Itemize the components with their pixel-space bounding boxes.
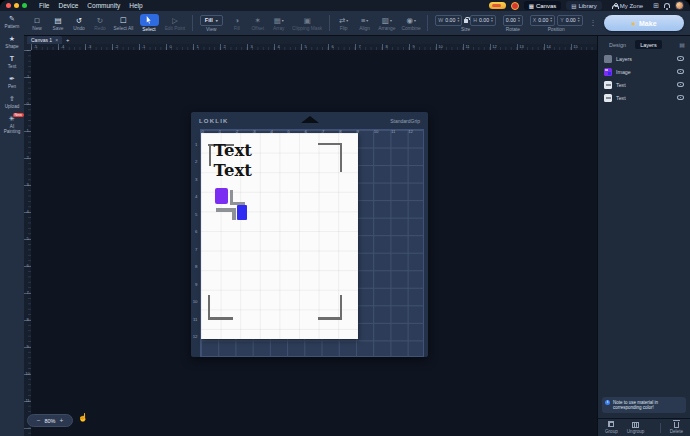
material-sheet[interactable]: TextText xyxy=(201,133,358,339)
person-icon xyxy=(612,3,618,9)
trash-icon xyxy=(674,422,679,428)
notifications-bell-icon[interactable] xyxy=(664,3,670,8)
menu-item[interactable]: Community xyxy=(87,2,120,9)
sidebar-item-shape[interactable]: ★ Shape xyxy=(0,35,24,49)
sidebar-item-pen[interactable]: ✒ Pen xyxy=(0,75,24,89)
tab-library[interactable]: ▤ Library xyxy=(566,1,602,10)
sidebar-item-text[interactable]: T Text xyxy=(0,55,24,69)
tab-layers[interactable]: Layers xyxy=(635,40,662,49)
mat-col-label: 1 xyxy=(217,129,234,135)
registration-mark-bottom-right[interactable] xyxy=(318,317,342,320)
ruler-tick-label: 2 xyxy=(24,155,31,182)
redo-button[interactable]: ↻ Redo xyxy=(93,16,107,31)
rotate-input[interactable]: 0.00 ▴▾ xyxy=(503,15,523,26)
tab-design[interactable]: Design xyxy=(604,40,631,49)
menu-item[interactable]: Help xyxy=(129,2,142,9)
select-button[interactable]: Select xyxy=(140,14,158,32)
sidebar-item-ai-painting[interactable]: New ✳ AI Painting xyxy=(0,115,24,134)
window-controls[interactable] xyxy=(6,3,27,8)
registration-mark-top-right[interactable] xyxy=(340,145,342,172)
fill-button[interactable]: ◑ Fill xyxy=(230,16,244,31)
menu-item[interactable]: File xyxy=(39,2,49,9)
offset-button[interactable]: ✶ Offset xyxy=(251,16,265,31)
stepper-icon[interactable]: ▴▾ xyxy=(578,17,580,22)
user-avatar[interactable] xyxy=(675,1,684,10)
text-icon: T xyxy=(10,55,14,63)
canvas-area[interactable]: -5-4-3-2-10123456789101112131415 -2-1012… xyxy=(24,44,597,436)
panel-toggle-icon[interactable]: ▤ xyxy=(679,41,685,48)
sidebar-item-pattern[interactable]: ✎ Pattern xyxy=(0,15,24,29)
save-button[interactable]: ▤ Save xyxy=(51,16,65,31)
mat-row-label: 6 xyxy=(191,217,199,235)
text-object[interactable]: TextText xyxy=(214,141,252,180)
canvas-tab[interactable]: Canvas 1 × xyxy=(27,36,62,44)
layer-row-image[interactable]: Image xyxy=(598,65,690,78)
image-object[interactable] xyxy=(215,188,249,222)
cutting-mat[interactable]: LOKLIK StandardGrip 0123456789101112 123… xyxy=(191,112,428,357)
delete-button[interactable]: Delete xyxy=(670,421,683,434)
align-button[interactable]: ≡▾ Align xyxy=(358,16,372,31)
ruler-tick-label: 11 xyxy=(454,44,481,50)
new-button[interactable]: □ New xyxy=(30,16,44,31)
arrange-button[interactable]: ▥▾ Arrange xyxy=(379,16,395,31)
arrange-icon: ▥ xyxy=(382,16,389,25)
ruler-tick-label: -3 xyxy=(76,44,103,50)
clipping-mask-icon: ▣ xyxy=(304,16,311,25)
layer-row-text[interactable]: Text xyxy=(598,91,690,104)
make-button[interactable]: ✶ Make xyxy=(604,15,684,31)
close-window-icon[interactable] xyxy=(6,3,11,8)
registration-mark-top-right[interactable] xyxy=(318,143,342,145)
mat-col-label: 11 xyxy=(389,129,406,135)
tab-canvas[interactable]: ▦ Canvas xyxy=(524,1,562,10)
edit-point-button[interactable]: ▷ Edit Point xyxy=(165,16,185,31)
layer-row-text[interactable]: Text xyxy=(598,78,690,91)
group-button[interactable]: Group xyxy=(605,421,618,434)
add-tab-button[interactable]: + xyxy=(66,37,70,44)
lock-aspect-icon[interactable] xyxy=(464,19,468,23)
height-input[interactable]: H 0.00 ▴▾ xyxy=(470,15,496,26)
close-tab-icon[interactable]: × xyxy=(55,37,58,43)
visibility-eye-icon[interactable] xyxy=(677,82,684,87)
pan-hand-icon[interactable]: ☝ xyxy=(78,413,88,422)
maximize-window-icon[interactable] xyxy=(22,3,27,8)
registration-mark-bottom-left[interactable] xyxy=(208,295,210,319)
stepper-icon[interactable]: ▴▾ xyxy=(518,17,520,22)
stepper-icon[interactable]: ▴▾ xyxy=(457,17,459,22)
stepper-icon[interactable]: ▴▾ xyxy=(550,17,552,22)
position-x-input[interactable]: X 0.00 ▴▾ xyxy=(530,15,555,26)
minimize-window-icon[interactable] xyxy=(14,3,19,8)
ruler-tick-label: 3 xyxy=(24,182,31,209)
combine-button[interactable]: ◉▾ Combine xyxy=(402,16,420,31)
zoom-level: 80% xyxy=(44,418,55,424)
visibility-eye-icon[interactable] xyxy=(677,56,684,61)
promo-badge xyxy=(511,2,519,10)
tab-my-zone[interactable]: My Zone xyxy=(607,1,648,10)
view-mode-dropdown[interactable]: Fill ▾ View xyxy=(200,15,223,32)
zoom-in-button[interactable]: + xyxy=(60,417,64,424)
registration-mark-bottom-left[interactable] xyxy=(208,317,233,320)
layer-row-group[interactable]: Layers xyxy=(598,52,690,65)
undo-button[interactable]: ↺ Undo xyxy=(72,16,86,31)
app-window: FileDeviceCommunityHelp ▦ Canvas ▤ Libra… xyxy=(0,0,690,436)
position-y-input[interactable]: Y 0.00 ▴▾ xyxy=(557,15,582,26)
flip-button[interactable]: ⇄▾ Flip xyxy=(337,16,351,31)
mat-col-label: 4 xyxy=(269,129,286,135)
registration-mark-bottom-right[interactable] xyxy=(340,295,342,319)
stepper-icon[interactable]: ▴▾ xyxy=(491,17,493,22)
visibility-eye-icon[interactable] xyxy=(677,69,684,74)
ungroup-button[interactable]: Ungroup xyxy=(627,421,645,434)
apps-grid-icon[interactable]: ⊞ xyxy=(653,2,659,10)
array-button[interactable]: ▦▾ Array xyxy=(272,16,286,31)
registration-mark-top-left[interactable] xyxy=(209,145,211,166)
ruler-tick-label: 8 xyxy=(373,44,400,50)
zoom-out-button[interactable]: − xyxy=(37,417,41,424)
visibility-eye-icon[interactable] xyxy=(677,95,684,100)
menu-item[interactable]: Device xyxy=(58,2,78,9)
mat-grip-label: StandardGrip xyxy=(390,118,420,124)
clipping-mask-button[interactable]: ▣ Clipping Mask xyxy=(293,16,322,31)
select-all-button[interactable]: ☐ Select All xyxy=(114,16,133,31)
zoom-control: − 80% + xyxy=(27,414,73,427)
sidebar-item-upload[interactable]: ⇧ Upload xyxy=(0,95,24,109)
more-options-icon[interactable]: ⋮ xyxy=(590,19,597,27)
width-input[interactable]: W 0.00 ▴▾ xyxy=(435,15,462,26)
